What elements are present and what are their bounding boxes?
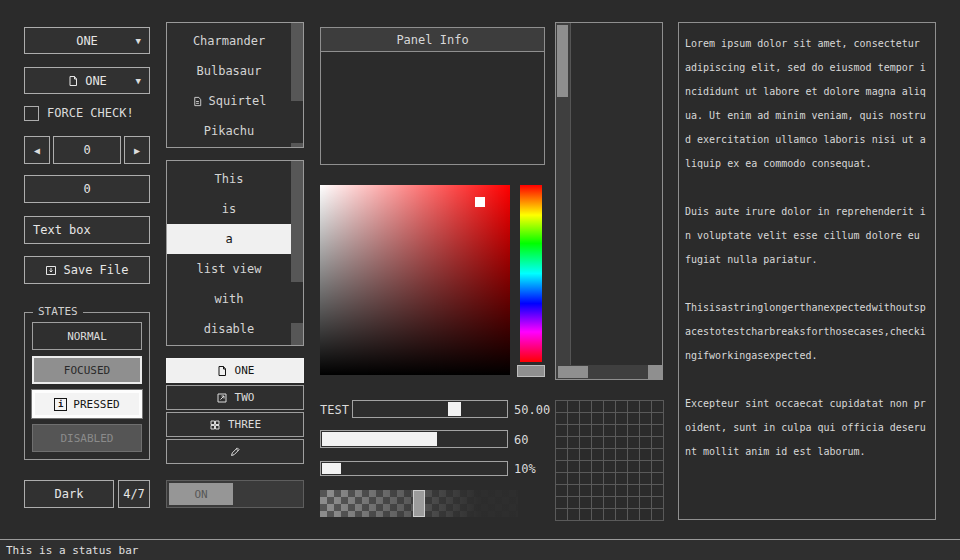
- list-item-label: list view: [196, 262, 261, 276]
- scrollbar-thumb[interactable]: [291, 282, 303, 322]
- paragraph: Excepteur sint occaecat cupidatat non pr…: [685, 392, 929, 464]
- pressed-button-label: PRESSED: [73, 398, 119, 411]
- horizontal-scrollbar[interactable]: [556, 365, 648, 379]
- status-bar: This is a status bar: [0, 539, 960, 560]
- file-icon: [216, 365, 228, 377]
- pressed-button[interactable]: i PRESSED: [32, 390, 142, 418]
- test-slider-handle[interactable]: [448, 402, 461, 416]
- toggle-three[interactable]: THREE: [166, 412, 304, 437]
- states-group: STATES NORMAL FOCUSED i PRESSED DISABLED: [24, 312, 150, 460]
- list-item[interactable]: Charmander: [167, 26, 291, 56]
- grid-icon: [209, 419, 221, 431]
- demo-list: This is a list view with disable: [166, 160, 304, 346]
- info-panel: Panel Info: [320, 27, 545, 165]
- list-item[interactable]: list view: [167, 254, 291, 284]
- checkbox-box[interactable]: [24, 106, 39, 121]
- hue-bar[interactable]: [520, 185, 542, 362]
- list-item-label: Bulbasaur: [196, 64, 261, 78]
- panel-title-bar[interactable]: Panel Info: [321, 28, 544, 52]
- toggle-one[interactable]: ONE: [166, 358, 304, 383]
- style-combo-counter[interactable]: 4/7: [118, 480, 150, 508]
- dropdown-one-value: ONE: [76, 34, 98, 48]
- scrollbar-thumb[interactable]: [291, 101, 303, 143]
- slider-bar-value: 60: [514, 433, 528, 447]
- toggle-pencil[interactable]: [166, 439, 304, 464]
- toggle-knob[interactable]: ON: [169, 483, 233, 505]
- dropdown-two-value: ONE: [85, 74, 107, 88]
- file-icon: [67, 75, 79, 87]
- right-arrow-icon: ▶: [134, 145, 140, 156]
- chevron-down-icon: ▼: [136, 76, 141, 86]
- style-combo-box[interactable]: Dark: [24, 480, 114, 508]
- list-item-selected[interactable]: a: [167, 224, 291, 254]
- spinner-increment-button[interactable]: ▶: [124, 136, 150, 164]
- alpha-slider[interactable]: [320, 490, 518, 517]
- progress-bar[interactable]: [320, 461, 508, 476]
- scrollbar-thumb[interactable]: [557, 25, 568, 97]
- dropdown-two[interactable]: ONE ▼: [24, 67, 150, 94]
- status-bar-text: This is a status bar: [6, 544, 138, 557]
- scrollbar-thumb[interactable]: [558, 366, 588, 378]
- hue-bar-handle[interactable]: [517, 365, 545, 377]
- progress-bar-fill: [322, 463, 341, 474]
- color-picker-cursor[interactable]: [475, 197, 485, 207]
- value-box[interactable]: 0: [24, 175, 150, 203]
- paragraph: Duis aute irure dolor in reprehenderit i…: [685, 200, 929, 272]
- list-item[interactable]: disable: [167, 314, 291, 344]
- list-item-label: This: [215, 172, 244, 186]
- focused-button[interactable]: FOCUSED: [32, 356, 142, 384]
- toggle-label: ON: [194, 488, 207, 501]
- toggle-two[interactable]: TWO: [166, 385, 304, 410]
- vertical-scrollbar[interactable]: [556, 23, 571, 365]
- list-item-label: disable: [204, 322, 255, 336]
- spinner: ◀ 0 ▶: [24, 136, 150, 164]
- export-icon: [216, 392, 228, 404]
- scroll-panel: [555, 22, 663, 380]
- test-slider-label: TEST: [320, 403, 349, 417]
- list-item[interactable]: with: [167, 284, 291, 314]
- list-item[interactable]: Bulbasaur: [167, 56, 291, 86]
- normal-button[interactable]: NORMAL: [32, 322, 142, 350]
- slider-bar[interactable]: [320, 430, 508, 448]
- save-icon: [45, 264, 57, 276]
- toggle-two-label: TWO: [235, 391, 255, 404]
- spinner-value[interactable]: 0: [53, 136, 121, 164]
- force-check-checkbox[interactable]: FORCE CHECK!: [24, 105, 134, 121]
- chevron-down-icon: ▼: [136, 36, 141, 46]
- grid-control[interactable]: [555, 400, 664, 521]
- spinner-decrement-button[interactable]: ◀: [24, 136, 50, 164]
- list-item-label: is: [222, 202, 236, 216]
- list-item-label: with: [215, 292, 244, 306]
- color-picker[interactable]: [320, 185, 510, 375]
- list-item[interactable]: Squirtel: [167, 86, 291, 116]
- save-file-button[interactable]: Save File: [24, 256, 150, 284]
- left-arrow-icon: ◀: [34, 145, 40, 156]
- panel-title: Panel Info: [396, 33, 468, 47]
- paragraph: Lorem ipsum dolor sit amet, consectetur …: [685, 32, 929, 176]
- save-file-label: Save File: [63, 263, 128, 277]
- test-slider[interactable]: [352, 400, 508, 418]
- text-box-input[interactable]: Text box: [24, 216, 150, 244]
- pokemon-list: Charmander Bulbasaur Squirtel Pikachu: [166, 22, 304, 148]
- list-item[interactable]: This: [167, 164, 291, 194]
- list-item[interactable]: Pikachu: [167, 116, 291, 146]
- paragraph: Thisisastringlongerthanexpectedwithoutsp…: [685, 296, 929, 368]
- info-icon: i: [54, 398, 67, 411]
- checkbox-label: FORCE CHECK!: [47, 106, 134, 120]
- list-item[interactable]: is: [167, 194, 291, 224]
- dropdown-one[interactable]: ONE ▼: [24, 27, 150, 54]
- disabled-button[interactable]: DISABLED: [32, 424, 142, 452]
- pencil-icon: [229, 446, 241, 458]
- list-item-label: Charmander: [193, 34, 265, 48]
- panel-body: [321, 52, 544, 164]
- vertical-scrollbar[interactable]: [291, 161, 303, 345]
- toggle-three-label: THREE: [228, 418, 261, 431]
- on-toggle-disabled[interactable]: ON: [166, 480, 304, 508]
- toggle-one-label: ONE: [235, 364, 255, 377]
- slider-bar-fill: [322, 432, 437, 446]
- list-item-label: Pikachu: [204, 124, 255, 138]
- alpha-slider-handle[interactable]: [413, 490, 425, 517]
- list-item-label: Squirtel: [209, 94, 267, 108]
- vertical-scrollbar[interactable]: [291, 23, 303, 147]
- test-slider-value: 50.00: [514, 403, 550, 417]
